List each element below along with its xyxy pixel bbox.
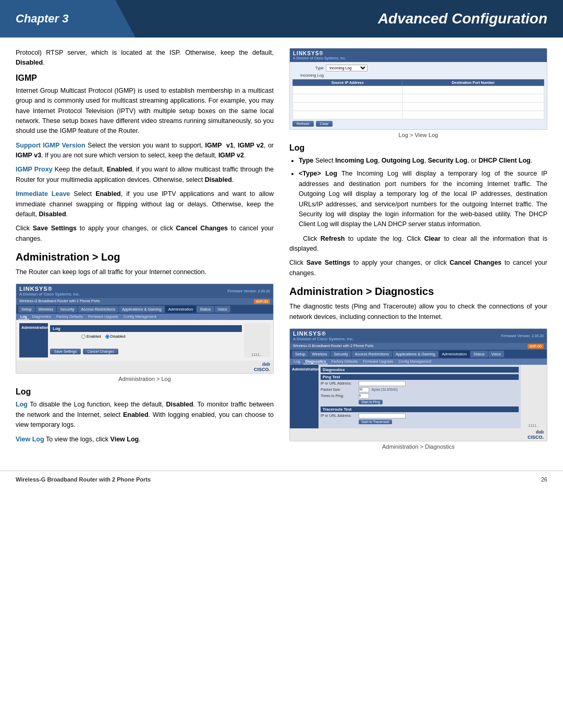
log-view-screenshot: LINKSYS® A Division of Cisco Systems, In… [289,48,547,130]
log-row-2 [293,94,544,103]
diag-nav-access[interactable]: Access Restrictions [351,351,391,357]
right-column: LINKSYS® A Division of Cisco Systems, In… [284,48,547,455]
igmp-support-para: Support IGMP Version Select the version … [16,141,274,161]
chapter-text: Chapter 3 [16,12,68,26]
nav-security[interactable]: Security [57,306,77,313]
diag-firmware: Firmware Version: 2.00.20 [501,334,544,338]
log-view-caption: Log > View Log [289,132,547,138]
diag-subnav-factory[interactable]: Factory Defaults [329,359,360,364]
start-ping-button[interactable]: Start to Ping [359,400,383,404]
trace-btn-row: Start to Traceroute [321,419,519,424]
save-settings-button[interactable]: Save Settings [50,349,81,354]
diag-thumb-placeholder: 1111... [528,424,539,427]
log-type-label: Type [292,66,324,70]
log-row-1 [293,86,544,94]
diag-subnav-config[interactable]: Config Management [396,359,433,364]
log-screen: LINKSYS® A Division of Cisco Systems, In… [290,48,547,129]
clear-button[interactable]: Clear [316,121,333,127]
diag-admin-label: Administration [290,365,319,428]
traceroute-section: Traceroute Test IP or URL Address: Start… [321,406,519,424]
diag-subnav-log[interactable]: Log [292,359,302,364]
thumb-area: 1111... [244,323,270,357]
igmp-proxy-para: IGMP Proxy Keep the default, Enabled, if… [16,165,274,185]
nav-apps[interactable]: Applications & Gaming [119,306,165,313]
disabled-radio[interactable] [105,335,109,339]
log-top-bar: LINKSYS® A Division of Cisco Systems, In… [290,48,547,62]
admin-label: Administration [19,323,48,357]
nav-access[interactable]: Access Restrictions [78,306,118,313]
ping-ip-input[interactable] [359,381,406,386]
subnav-config[interactable]: Config Management [121,314,158,319]
diag-subnav-diag[interactable]: Diagnostics [303,359,328,364]
diag-nav-status[interactable]: Status [470,351,487,357]
page-header: Chapter 3 Advanced Configuration [0,0,563,38]
diag-nav-apps[interactable]: Applications & Gaming [393,351,438,357]
diag-top-bar: LINKSYS® A Division of Cisco Systems, In… [290,329,547,343]
ping-packet-row: Packet Size: 32 Bytes (32-65500) [321,387,519,392]
diag-cisco-logo: ılıılıCISCO. [290,428,547,441]
diag-nav-security[interactable]: Security [331,351,351,357]
diag-nav-wireless[interactable]: Wireless [309,351,331,357]
ping-ip-label: IP or URL Address: [321,381,357,385]
diag-subnav-firmware[interactable]: Firmware Upgrade [361,359,395,364]
disabled-radio-label[interactable]: Disabled [105,334,126,339]
diag-nav-setup[interactable]: Setup [292,351,309,357]
nav-wireless[interactable]: Wireless [35,306,57,313]
ping-packet-input[interactable]: 32 [359,387,369,392]
diag-product-name: Wireless-G Broadband Router with 2 Phone… [293,344,373,349]
subnav-factory[interactable]: Factory Defaults [54,314,85,319]
cisco-logo: ılıılıCISCO. [254,362,270,372]
enabled-radio[interactable] [81,335,85,339]
traceroute-section-title: Traceroute Test [321,406,519,412]
log-table: Source IP Address Destination Port Numbe… [292,79,544,119]
nav-admin[interactable]: Administration [165,306,197,313]
diag-router-screen: LINKSYS® A Division of Cisco Systems, In… [290,329,547,441]
diag-nav-voice[interactable]: Voice [488,351,504,357]
cisco-logo-area: ılıılıCISCO. [16,361,273,373]
diag-sub-nav: Log Diagnostics Factory Defaults Firmwar… [290,359,547,365]
firmware-version: Firmware Version: 2.00.20 [227,289,270,293]
title-text: Advanced Configuration [378,10,547,27]
intro-paragraph: Protocol) RTSP server, which is located … [16,48,274,68]
model-badge: WIP-00 [254,299,270,304]
cancel-changes-button[interactable]: Cancel Changes [83,349,118,354]
router-top-bar: LINKSYS® A Division of Cisco Systems, In… [16,284,273,298]
diag-main-area: Administration Diagnostics Ping Test IP … [290,365,547,428]
router-sub: A Division of Cisco Systems, Inc. [19,292,80,297]
diag-nav-admin[interactable]: Administration [439,351,470,357]
diag-thumb-area: 1111... [521,365,547,428]
right-save-para: Click Save Settings to apply your change… [289,258,547,278]
nav-status[interactable]: Status [197,306,214,313]
footer-page-number: 26 [541,476,547,483]
bullet-type: Type Select Incoming Log, Outgoing Log, … [299,156,547,166]
enabled-radio-label[interactable]: Enabled [81,334,101,339]
refresh-button[interactable]: Refresh [292,121,314,127]
ping-section: Ping Test IP or URL Address: Packet Size… [321,374,519,404]
footer-product: Wireless-G Broadband Router with 2 Phone… [16,476,151,483]
router-btn-bar: Save Settings Cancel Changes [50,348,242,355]
subnav-diag[interactable]: Diagnostics [30,314,53,319]
diag-product-bar: Wireless-G Broadband Router with 2 Phone… [290,343,547,350]
trace-ip-input[interactable] [359,413,406,418]
nav-setup[interactable]: Setup [18,306,35,313]
subnav-log[interactable]: Log [18,314,29,319]
igmp-immediate-para: Immediate Leave Select Enabled, if you u… [16,189,274,219]
diag-form: Diagnostics Ping Test IP or URL Address:… [319,365,521,428]
refresh-para: Click Refresh to update the log. Click C… [289,234,547,254]
diag-logo-area: LINKSYS® A Division of Cisco Systems, In… [293,330,353,341]
right-log-heading: Log [289,143,547,153]
log-type-select[interactable]: Incoming Log Outgoing Log Security Log D… [326,65,368,71]
admin-log-heading: Administration > Log [16,251,274,263]
admin-diag-intro: The diagnostic tests (Ping and Tracerout… [289,302,547,322]
ping-times-input[interactable]: 5 [359,393,369,399]
log-btn-row: Refresh Clear [292,121,544,127]
diag-logo-sub: A Division of Cisco Systems, Inc. [293,337,353,341]
log-section-header: Log [50,325,242,332]
router-screen: LINKSYS® A Division of Cisco Systems, In… [16,284,273,373]
subnav-firmware[interactable]: Firmware Upgrade [86,314,120,319]
start-traceroute-button[interactable]: Start to Traceroute [359,419,392,424]
source-col-header: Source IP Address [293,80,402,86]
nav-voice[interactable]: Voice [215,306,230,313]
admin-log-screenshot: LINKSYS® A Division of Cisco Systems, In… [16,283,274,374]
diag-model-badge: WIP-00 [528,344,544,349]
